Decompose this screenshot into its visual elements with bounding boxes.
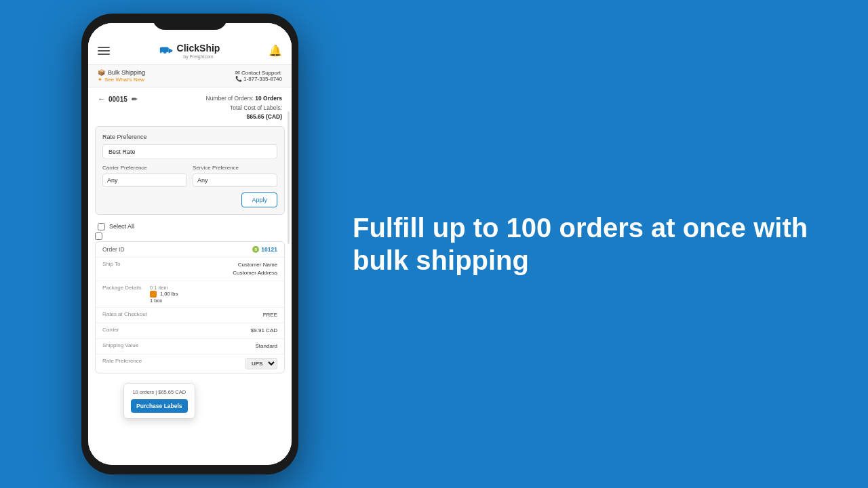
total-cost-value: $65.65 (CAD): [247, 113, 282, 120]
order-number[interactable]: 10121: [261, 246, 277, 253]
select-all-row: Select All: [88, 219, 292, 232]
rate-preference-select[interactable]: Best Rate Cheapest Fastest: [102, 144, 277, 159]
logo: ClickShip by Freightcom: [159, 42, 220, 59]
whats-new-link[interactable]: ✦ See What's New: [98, 77, 145, 83]
phone-screen: ClickShip by Freightcom 🔔 📦 Bulk Shippin…: [88, 23, 292, 465]
order-id: 00015: [108, 96, 127, 103]
apply-button[interactable]: Apply: [241, 192, 277, 207]
phone-number: 1-877-335-8740: [243, 76, 282, 82]
num-orders-value: 10 Orders: [255, 95, 282, 102]
sub-nav: 📦 Bulk Shipping ✦ See What's New ✉ Conta…: [88, 65, 292, 87]
purchase-tooltip-label: 10 orders | $65.65 CAD: [131, 389, 188, 395]
purchase-labels-button[interactable]: Purchase Labels: [131, 399, 188, 413]
contact-info: ✉ Contact Support 📞 1-877-335-8740: [235, 70, 282, 82]
whats-new-label: See What's New: [104, 77, 144, 83]
carrier-preference-select[interactable]: Any UPS FedEx: [102, 174, 187, 187]
total-cost-label: Total Cost of Labels:: [230, 104, 282, 111]
bulk-shipping-label: Bulk Shipping: [108, 69, 145, 76]
page-header: ← 00015 ✏ Number of Orders: 10 Orders To…: [88, 87, 292, 126]
bulk-shipping-link[interactable]: 📦 Bulk Shipping: [98, 69, 145, 76]
package-items: 0 1 item: [150, 285, 168, 291]
logo-name: ClickShip: [177, 43, 220, 54]
clickship-logo-icon: [159, 43, 174, 58]
phone-frame: ClickShip by Freightcom 🔔 📦 Bulk Shippin…: [81, 14, 298, 474]
order-checkbox[interactable]: [95, 232, 102, 240]
rate-section: Rate Preference Best Rate Cheapest Faste…: [95, 126, 285, 215]
order-card: Order ID S 10121 Ship To Customer Name C…: [95, 241, 285, 373]
package-details-label: Package Details: [102, 285, 150, 291]
carrier-pref-label: Carrier Preference: [102, 165, 187, 171]
rate-preference-row: Rate Preference UPS: [96, 354, 284, 373]
shipping-value-label: Shipping Value: [102, 342, 150, 348]
phone-notch: [153, 14, 227, 30]
carrier-value: $9.91 CAD: [251, 327, 277, 335]
service-preference-select[interactable]: Any Ground Express: [193, 174, 277, 187]
select-all-label: Select All: [109, 223, 134, 230]
order-card-body: Ship To Customer Name Customer Address P…: [96, 258, 284, 373]
back-arrow-icon: ←: [98, 94, 106, 104]
select-all-checkbox[interactable]: [98, 223, 105, 230]
package-details-row: Package Details 0 1 item 1.00 lbs: [96, 281, 284, 308]
rates-checkout-label: Rates at Checkout: [102, 311, 150, 317]
customer-name: Customer Name: [233, 261, 277, 269]
num-orders-label: Number of Orders:: [206, 95, 254, 102]
svg-marker-1: [168, 48, 172, 53]
rates-checkout-row: Rates at Checkout FREE: [96, 308, 284, 323]
scroll-indicator: [288, 111, 290, 244]
service-pref-label: Service Preference: [193, 165, 277, 171]
package-icon: [150, 291, 157, 298]
menu-icon[interactable]: [98, 47, 110, 55]
promo-headline: Fulfill up to 100 orders at once with bu…: [353, 211, 827, 277]
package-box: 1 box: [150, 298, 178, 304]
order-id-value: S 10121: [252, 246, 277, 253]
rate-preference-dropdown[interactable]: UPS: [245, 358, 277, 369]
svg-rect-3: [166, 52, 169, 54]
edit-icon: ✏: [132, 96, 137, 103]
contact-support-label: Contact Support: [241, 70, 281, 76]
logo-subtext: by Freightcom: [177, 54, 220, 59]
rates-checkout-value: FREE: [263, 311, 277, 319]
svg-rect-2: [161, 52, 163, 54]
package-weight: 1.00 lbs: [160, 291, 178, 297]
shipping-value-row: Shipping Value Standard: [96, 339, 284, 354]
ship-to-label: Ship To: [102, 261, 150, 267]
shipping-value-value: Standard: [256, 342, 277, 350]
rate-preference-label: Rate Preference: [102, 358, 150, 364]
phone-wrapper: ClickShip by Freightcom 🔔 📦 Bulk Shippin…: [81, 14, 298, 474]
carrier-row: Carrier $9.91 CAD: [96, 323, 284, 339]
customer-address: Customer Address: [233, 269, 277, 277]
ship-to-row: Ship To Customer Name Customer Address: [96, 258, 284, 281]
shopify-icon: S: [252, 246, 259, 253]
order-summary: Number of Orders: 10 Orders Total Cost o…: [206, 94, 282, 122]
bell-icon[interactable]: 🔔: [269, 44, 282, 57]
order-id-label: Order ID: [102, 246, 125, 253]
purchase-tooltip: 10 orders | $65.65 CAD Purchase Labels: [123, 383, 195, 419]
order-card-header: Order ID S 10121: [96, 242, 284, 258]
rate-section-title: Rate Preference: [102, 134, 277, 140]
carrier-label: Carrier: [102, 327, 150, 333]
promo-section: Fulfill up to 100 orders at once with bu…: [298, 211, 868, 277]
back-and-id[interactable]: ← 00015 ✏: [98, 94, 137, 104]
